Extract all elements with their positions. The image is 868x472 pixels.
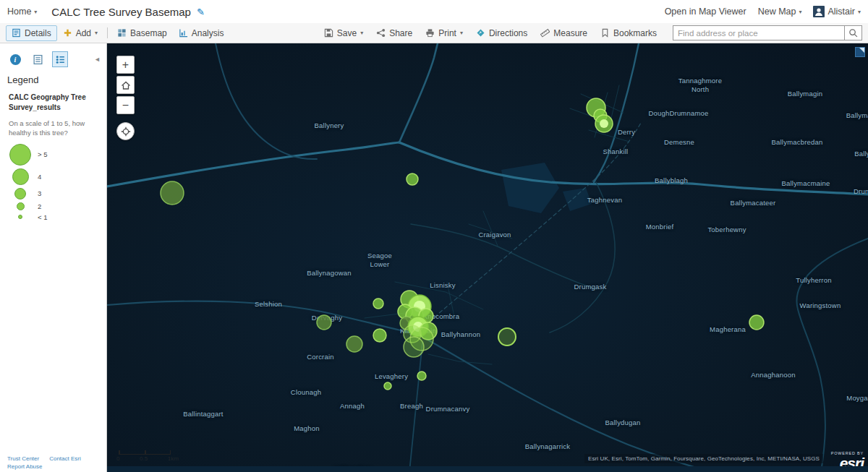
analysis-button[interactable]: Analysis bbox=[173, 25, 230, 41]
toolbar-separator bbox=[107, 27, 108, 38]
tree-survey-point[interactable] bbox=[749, 315, 764, 330]
scalebar-label: 0.5 bbox=[140, 455, 148, 462]
report-abuse-link[interactable]: Report Abuse bbox=[7, 463, 42, 470]
measure-icon bbox=[540, 28, 550, 38]
map-canvas[interactable]: Tannaghmore NorthDoughDrumnamoeDerryBall… bbox=[107, 43, 868, 472]
address-search bbox=[673, 25, 862, 40]
header-right-group: Open in Map Viewer New Map ▾ Alistair ▾ bbox=[665, 6, 861, 17]
measure-button[interactable]: Measure bbox=[535, 25, 593, 41]
save-icon bbox=[324, 28, 333, 38]
legend-panel-title: Legend bbox=[0, 72, 106, 93]
chevron-down-icon: ▾ bbox=[95, 30, 98, 36]
save-label: Save bbox=[337, 28, 357, 38]
legend-icon bbox=[55, 54, 66, 65]
tab-legend[interactable] bbox=[52, 51, 68, 67]
search-icon bbox=[848, 28, 858, 38]
layer-name: CALC Geography Tree Survey_results bbox=[0, 93, 106, 113]
tab-content[interactable] bbox=[30, 51, 46, 67]
basemap-label: Basemap bbox=[130, 28, 167, 38]
locate-icon bbox=[121, 126, 131, 137]
search-input[interactable] bbox=[673, 25, 845, 40]
details-label: Details bbox=[25, 28, 51, 38]
legend-item-label: 3 bbox=[38, 189, 41, 197]
share-button[interactable]: Share bbox=[370, 25, 418, 41]
content-icon bbox=[33, 54, 43, 65]
sidebar-footer-links: Trust Center Contact Esri Report Abuse bbox=[7, 455, 94, 470]
scalebar-label: 0 bbox=[116, 455, 119, 462]
road bbox=[420, 123, 641, 330]
share-label: Share bbox=[389, 28, 412, 38]
zoom-out-button[interactable]: − bbox=[116, 96, 135, 114]
tree-survey-point[interactable] bbox=[600, 119, 608, 128]
page-title: CALC Tree Survey Basemap bbox=[51, 6, 191, 18]
default-extent-button[interactable] bbox=[116, 76, 135, 94]
legend-symbol-circle bbox=[17, 202, 25, 210]
legend-field-question: On a scale of 1 to 5, how healthy is thi… bbox=[0, 113, 106, 142]
directions-button[interactable]: Directions bbox=[470, 25, 533, 41]
tree-survey-point[interactable] bbox=[346, 336, 362, 352]
tree-survey-point[interactable] bbox=[498, 328, 516, 346]
open-in-map-viewer-link[interactable]: Open in Map Viewer bbox=[665, 7, 746, 17]
legend-symbol-circle bbox=[18, 215, 22, 219]
user-avatar-icon bbox=[813, 6, 825, 17]
basemap-icon bbox=[117, 28, 127, 38]
legend-item: 2 bbox=[0, 201, 106, 212]
overview-map-toggle[interactable] bbox=[855, 47, 865, 57]
basemap-button[interactable]: Basemap bbox=[111, 25, 173, 41]
tree-survey-point[interactable] bbox=[161, 181, 184, 205]
legend-item: > 5 bbox=[0, 142, 106, 167]
legend-item-label: < 1 bbox=[38, 213, 47, 221]
add-label: Add bbox=[76, 28, 91, 38]
sidebar-tabs: i ◄ bbox=[0, 43, 106, 72]
details-button[interactable]: Details bbox=[6, 25, 57, 41]
water-area bbox=[501, 163, 559, 213]
contact-esri-link[interactable]: Contact Esri bbox=[49, 455, 81, 462]
user-menu[interactable]: Alistair ▾ bbox=[813, 6, 861, 17]
legend-item: 4 bbox=[0, 167, 106, 186]
edit-title-pencil-icon[interactable]: ✎ bbox=[197, 7, 205, 17]
chevron-down-icon: ▾ bbox=[858, 9, 861, 15]
search-button[interactable] bbox=[845, 25, 862, 40]
tree-survey-point[interactable] bbox=[407, 173, 418, 185]
find-my-location-button[interactable] bbox=[116, 122, 135, 140]
basemap-layer bbox=[107, 43, 868, 472]
bookmarks-icon bbox=[600, 28, 610, 38]
tree-survey-point[interactable] bbox=[317, 315, 331, 330]
tree-survey-point[interactable] bbox=[417, 372, 426, 380]
print-button[interactable]: Print ▾ bbox=[420, 25, 469, 41]
measure-label: Measure bbox=[553, 28, 587, 38]
details-icon bbox=[12, 28, 21, 38]
scalebar-line bbox=[119, 451, 171, 455]
tree-survey-point[interactable] bbox=[384, 382, 391, 390]
map-navigation-controls: + − bbox=[116, 56, 135, 142]
home-label: Home bbox=[7, 7, 31, 17]
expand-corner-icon bbox=[859, 48, 864, 53]
map-toolbar: Details Add ▾ Basemap Analysis bbox=[0, 23, 868, 43]
bookmarks-button[interactable]: Bookmarks bbox=[595, 25, 663, 41]
home-menu[interactable]: Home ▾ bbox=[7, 7, 37, 17]
tree-survey-point[interactable] bbox=[373, 329, 386, 342]
add-icon bbox=[63, 28, 72, 38]
tab-about[interactable]: i bbox=[7, 51, 23, 67]
details-sidebar: i ◄ Legend CALC Geography Tree Survey_re… bbox=[0, 43, 107, 472]
collapse-sidebar-icon[interactable]: ◄ bbox=[94, 56, 102, 63]
tree-survey-point[interactable] bbox=[373, 299, 383, 309]
save-button[interactable]: Save ▾ bbox=[318, 25, 369, 41]
directions-label: Directions bbox=[489, 28, 527, 38]
trust-center-link[interactable]: Trust Center bbox=[7, 455, 39, 462]
tree-survey-point[interactable] bbox=[404, 337, 424, 357]
legend-symbol-circle bbox=[12, 168, 29, 185]
zoom-in-button[interactable]: + bbox=[116, 56, 135, 74]
print-icon bbox=[425, 28, 435, 38]
road bbox=[469, 224, 512, 239]
road bbox=[216, 43, 317, 159]
map-bottom-strip bbox=[107, 466, 868, 472]
home-extent-icon bbox=[121, 80, 131, 90]
legend-symbol-circle bbox=[9, 144, 31, 166]
info-icon: i bbox=[10, 54, 21, 65]
add-button[interactable]: Add ▾ bbox=[57, 25, 103, 41]
new-map-menu[interactable]: New Map ▾ bbox=[758, 7, 802, 17]
road bbox=[447, 282, 454, 317]
legend-item-label: 4 bbox=[38, 173, 41, 181]
road bbox=[796, 239, 868, 472]
